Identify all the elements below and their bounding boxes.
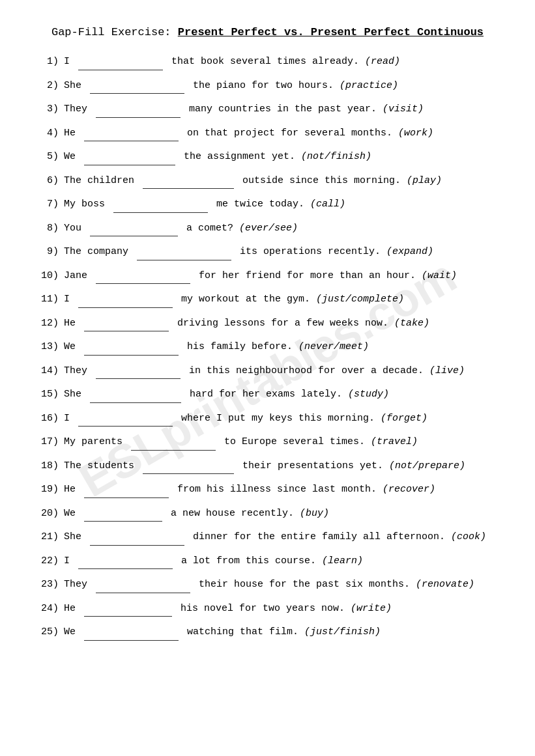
item-hint: (cook) (451, 531, 486, 542)
list-item: 15)She hard for her exams lately. (study… (39, 385, 496, 403)
list-item: 25)We watching that film. (just/finish) (39, 623, 496, 641)
fill-blank (96, 362, 181, 380)
item-number: 1) (39, 53, 64, 70)
list-item: 8)You a comet? (ever/see) (39, 219, 496, 237)
item-number: 13) (39, 339, 64, 356)
list-item: 24)He his novel for two years now. (writ… (39, 600, 496, 617)
item-number: 21) (39, 529, 64, 546)
item-text: The children outside since this morning.… (64, 172, 496, 189)
item-hint: (read) (365, 56, 400, 67)
item-number: 9) (39, 244, 64, 260)
item-text: He on that project for several months. (… (64, 124, 496, 142)
item-hint: (study) (348, 389, 389, 400)
item-hint: (work) (398, 128, 433, 139)
fill-blank (143, 457, 234, 475)
item-number: 14) (39, 363, 64, 380)
list-item: 20)We a new house recently. (buy) (39, 505, 496, 522)
list-item: 14)They in this neighbourhood for over a… (39, 362, 496, 380)
item-number: 4) (39, 125, 64, 142)
fill-blank (84, 600, 172, 617)
fill-blank (96, 100, 181, 118)
item-hint: (write) (351, 603, 392, 614)
item-hint: (wait) (422, 270, 457, 281)
fill-blank (84, 124, 179, 142)
item-text: The students their presentations yet. (n… (64, 457, 496, 475)
item-hint: (play) (407, 175, 442, 186)
item-hint: (forget) (381, 413, 427, 424)
fill-blank (84, 315, 169, 332)
item-number: 8) (39, 220, 64, 237)
item-number: 10) (39, 268, 64, 285)
item-hint: (learn) (322, 555, 363, 567)
fill-blank (84, 623, 179, 641)
item-number: 16) (39, 410, 64, 427)
fill-blank (90, 528, 184, 546)
fill-blank (84, 505, 162, 522)
item-number: 19) (39, 481, 64, 498)
item-number: 22) (39, 553, 64, 570)
item-text: The company its operations recently. (ex… (64, 243, 496, 260)
item-number: 20) (39, 505, 64, 522)
item-hint: (practice) (340, 80, 398, 91)
item-hint: (renovate) (416, 579, 474, 590)
item-text: She dinner for the entire family all aft… (64, 528, 496, 546)
item-number: 2) (39, 77, 64, 94)
fill-blank (78, 53, 163, 70)
item-text: She hard for her exams lately. (study) (64, 385, 496, 403)
fill-blank (84, 481, 169, 498)
item-text: I where I put my keys this morning. (for… (64, 410, 496, 427)
item-hint: (visit) (383, 104, 424, 115)
list-item: 11)I my workout at the gym. (just/comple… (39, 290, 496, 308)
title-prefix: Gap-Fill Exercise: (51, 26, 178, 38)
item-text: They in this neighbourhood for over a de… (64, 362, 496, 380)
list-item: 22)I a lot from this course. (learn) (39, 552, 496, 570)
item-hint: (take) (394, 318, 429, 329)
item-text: He driving lessons for a few weeks now. … (64, 315, 496, 332)
item-number: 25) (39, 624, 64, 641)
list-item: 5)We the assignment yet. (not/finish) (39, 148, 496, 165)
item-hint: (live) (429, 365, 465, 376)
item-hint: (never/meet) (298, 341, 369, 352)
list-item: 6)The children outside since this mornin… (39, 172, 496, 189)
item-number: 12) (39, 315, 64, 332)
list-item: 1)I that book several times already. (re… (39, 53, 496, 70)
fill-blank (78, 290, 173, 308)
fill-blank (96, 267, 190, 285)
item-text: We his family before. (never/meet) (64, 338, 496, 356)
list-item: 18)The students their presentations yet.… (39, 457, 496, 475)
item-number: 6) (39, 173, 64, 189)
list-item: 4)He on that project for several months.… (39, 124, 496, 142)
list-item: 9)The company its operations recently. (… (39, 243, 496, 260)
item-text: We the assignment yet. (not/finish) (64, 148, 496, 165)
fill-blank (90, 385, 181, 403)
fill-blank (113, 195, 208, 213)
exercise-list: 1)I that book several times already. (re… (39, 53, 496, 641)
item-hint: (just/complete) (316, 294, 404, 305)
item-text: I that book several times already. (read… (64, 53, 496, 70)
item-text: I a lot from this course. (learn) (64, 552, 496, 570)
fill-blank (78, 410, 173, 427)
item-text: We a new house recently. (buy) (64, 505, 496, 522)
list-item: 2)She the piano for two hours. (practice… (39, 77, 496, 94)
item-text: I my workout at the gym. (just/complete) (64, 290, 496, 308)
item-number: 23) (39, 576, 64, 593)
fill-blank (78, 552, 173, 570)
fill-blank (84, 148, 175, 165)
item-text: She the piano for two hours. (practice) (64, 77, 496, 94)
item-hint: (expand) (386, 246, 433, 257)
item-text: He from his illness since last month. (r… (64, 481, 496, 498)
list-item: 16)I where I put my keys this morning. (… (39, 410, 496, 427)
fill-blank (143, 172, 234, 189)
item-number: 11) (39, 291, 64, 308)
fill-blank (90, 77, 184, 94)
fill-blank (131, 433, 216, 451)
item-text: Jane for her friend for more than an hou… (64, 267, 496, 285)
list-item: 21)She dinner for the entire family all … (39, 528, 496, 546)
item-text: You a comet? (ever/see) (64, 219, 496, 237)
item-hint: (recover) (383, 484, 435, 495)
list-item: 7)My boss me twice today. (call) (39, 195, 496, 213)
page-title: Gap-Fill Exercise: Present Perfect vs. P… (39, 26, 496, 38)
item-text: They many countries in the past year. (v… (64, 100, 496, 118)
item-hint: (buy) (300, 508, 329, 519)
list-item: 13)We his family before. (never/meet) (39, 338, 496, 356)
